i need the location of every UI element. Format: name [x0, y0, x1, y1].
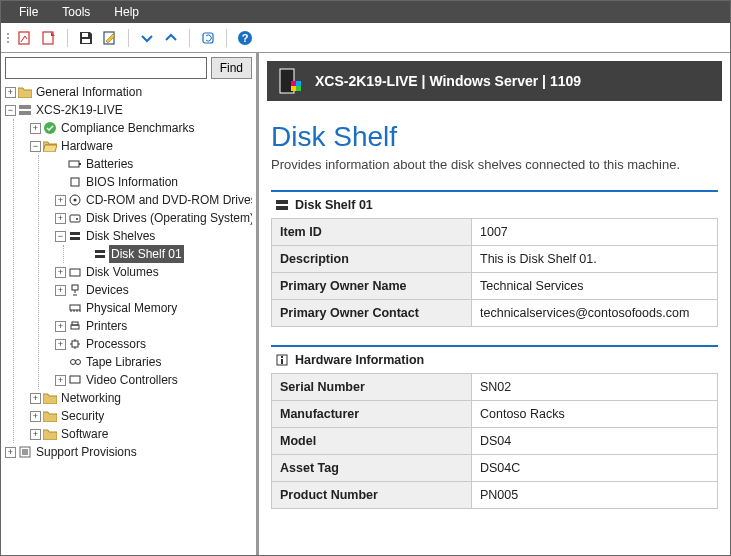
svg-rect-11: [69, 161, 79, 167]
folder-icon: [18, 85, 32, 99]
table-disk-shelf: Item ID1007 DescriptionThis is Disk Shel…: [271, 218, 718, 327]
help-icon[interactable]: ?: [235, 28, 255, 48]
table-row: ManufacturerContoso Racks: [272, 401, 718, 428]
tree-item[interactable]: Disk Drives (Operating System): [84, 209, 252, 227]
panel-header-title: XCS-2K19-LIVE | Windows Server | 1109: [315, 73, 581, 89]
svg-rect-25: [71, 325, 79, 329]
pdf-icon[interactable]: [15, 28, 35, 48]
expander-icon[interactable]: +: [30, 393, 41, 404]
svg-rect-20: [95, 250, 105, 253]
expander-icon[interactable]: +: [30, 411, 41, 422]
expander-icon[interactable]: +: [5, 447, 16, 458]
section-title: Hardware Information: [295, 353, 424, 367]
video-icon: [68, 373, 82, 387]
expander-icon[interactable]: +: [55, 375, 66, 386]
collapse-all-icon[interactable]: [161, 28, 181, 48]
nav-tree[interactable]: + General Information − XCS-2K19-LIVE + …: [5, 83, 252, 551]
tree-item[interactable]: Disk Shelves: [84, 227, 157, 245]
expander-icon[interactable]: +: [5, 87, 16, 98]
expander-icon[interactable]: +: [30, 123, 41, 134]
svg-point-28: [71, 360, 76, 365]
tree-item[interactable]: Support Provisions: [34, 443, 139, 461]
info-icon: [275, 353, 289, 367]
tree-item[interactable]: BIOS Information: [84, 173, 180, 191]
expander-icon[interactable]: +: [55, 195, 66, 206]
svg-rect-34: [291, 81, 296, 86]
tree-item[interactable]: Hardware: [59, 137, 115, 155]
table-row: Primary Owner Contacttechnicalservices@c…: [272, 300, 718, 327]
svg-rect-13: [71, 178, 79, 186]
svg-rect-36: [291, 86, 296, 91]
tree-item[interactable]: Software: [59, 425, 110, 443]
expander-icon[interactable]: +: [55, 321, 66, 332]
save-icon[interactable]: [76, 28, 96, 48]
tree-item[interactable]: Batteries: [84, 155, 135, 173]
svg-rect-42: [281, 356, 283, 358]
tree-item[interactable]: Security: [59, 407, 106, 425]
volume-icon: [68, 265, 82, 279]
expander-icon[interactable]: −: [30, 141, 41, 152]
folder-icon: [43, 391, 57, 405]
cpu-icon: [68, 337, 82, 351]
folder-open-icon: [43, 139, 57, 153]
expander-icon[interactable]: +: [55, 285, 66, 296]
tree-item[interactable]: Physical Memory: [84, 299, 179, 317]
table-row: DescriptionThis is Disk Shelf 01.: [272, 246, 718, 273]
svg-rect-41: [281, 359, 283, 364]
tree-item[interactable]: General Information: [34, 83, 144, 101]
menu-help[interactable]: Help: [102, 3, 151, 21]
tree-item-selected[interactable]: Disk Shelf 01: [109, 245, 184, 263]
shelf-icon: [275, 198, 289, 212]
expand-all-icon[interactable]: [137, 28, 157, 48]
svg-point-17: [76, 218, 78, 220]
svg-rect-8: [19, 105, 31, 109]
svg-rect-39: [276, 206, 288, 210]
tree-item[interactable]: Compliance Benchmarks: [59, 119, 196, 137]
compliance-icon: [43, 121, 57, 135]
expander-icon[interactable]: +: [55, 267, 66, 278]
folder-icon: [43, 427, 57, 441]
table-row: Serial NumberSN02: [272, 374, 718, 401]
tree-item[interactable]: Processors: [84, 335, 148, 353]
disc-icon: [68, 193, 82, 207]
expander-icon[interactable]: +: [55, 213, 66, 224]
menu-file[interactable]: File: [7, 3, 50, 21]
tree-item[interactable]: CD-ROM and DVD-ROM Drives: [84, 191, 252, 209]
tree-item[interactable]: Networking: [59, 389, 123, 407]
svg-rect-2: [82, 33, 88, 37]
left-pane: Find + General Information − XCS-2K19-LI…: [1, 53, 259, 555]
export-icon[interactable]: [39, 28, 59, 48]
shelf-icon: [68, 229, 82, 243]
svg-rect-35: [296, 81, 301, 86]
search-input[interactable]: [5, 57, 207, 79]
tape-icon: [68, 355, 82, 369]
shelf-icon: [93, 247, 107, 261]
svg-text:?: ?: [242, 32, 249, 44]
tree-item[interactable]: Disk Volumes: [84, 263, 161, 281]
tree-item[interactable]: XCS-2K19-LIVE: [34, 101, 125, 119]
find-button[interactable]: Find: [211, 57, 252, 79]
chip-icon: [68, 175, 82, 189]
expander-icon[interactable]: +: [30, 429, 41, 440]
menu-tools[interactable]: Tools: [50, 3, 102, 21]
table-row: Primary Owner NameTechnical Services: [272, 273, 718, 300]
refresh-icon[interactable]: [198, 28, 218, 48]
page-subtitle: Provides information about the disk shel…: [271, 157, 718, 172]
svg-rect-32: [22, 449, 28, 455]
tree-item[interactable]: Printers: [84, 317, 129, 335]
server-icon: [18, 103, 32, 117]
tree-item[interactable]: Video Controllers: [84, 371, 180, 389]
svg-rect-12: [79, 163, 81, 165]
section-hardware-info: Hardware Information Serial NumberSN02 M…: [271, 345, 718, 509]
expander-icon[interactable]: −: [5, 105, 16, 116]
expander-icon[interactable]: −: [55, 231, 66, 242]
table-hardware-info: Serial NumberSN02 ManufacturerContoso Ra…: [271, 373, 718, 509]
tree-item[interactable]: Devices: [84, 281, 131, 299]
svg-rect-38: [276, 200, 288, 204]
tree-item[interactable]: Tape Libraries: [84, 353, 163, 371]
folder-icon: [43, 409, 57, 423]
expander-icon[interactable]: +: [55, 339, 66, 350]
edit-icon[interactable]: [100, 28, 120, 48]
svg-rect-22: [70, 269, 80, 276]
svg-rect-21: [95, 255, 105, 258]
